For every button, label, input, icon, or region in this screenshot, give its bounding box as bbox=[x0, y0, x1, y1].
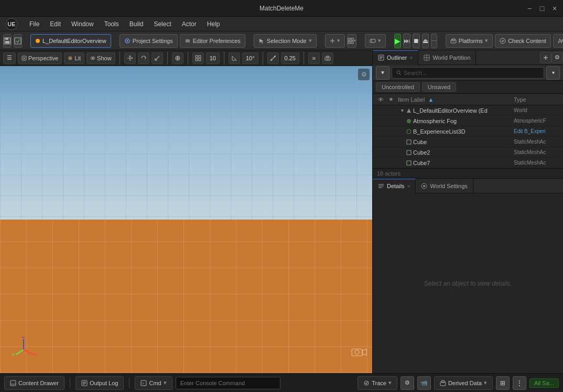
type-col-header[interactable]: Type bbox=[514, 96, 561, 103]
type-cell: World bbox=[514, 107, 561, 113]
menu-window[interactable]: Window bbox=[67, 19, 98, 29]
outliner-filter-button[interactable]: ▼ bbox=[376, 66, 389, 80]
svg-rect-16 bbox=[348, 41, 350, 43]
content-drawer-button[interactable]: Content Drawer bbox=[4, 376, 64, 390]
menu-build[interactable]: Build bbox=[125, 19, 148, 29]
vp-scale-size[interactable]: 0.25 bbox=[281, 52, 299, 64]
menu-tools[interactable]: Tools bbox=[100, 19, 123, 29]
world-partition-tab[interactable]: World Partition bbox=[418, 50, 476, 65]
item-label-col-header[interactable]: Item Label ▲ bbox=[396, 96, 514, 103]
outliner-tab[interactable]: Outliner × bbox=[373, 50, 418, 65]
output-log-button[interactable]: Output Log bbox=[75, 376, 124, 390]
vp-angle-size[interactable]: 10° bbox=[242, 52, 258, 64]
table-row[interactable]: ▼ L_DefaultEditorOverview (Ed World bbox=[373, 105, 563, 116]
back-wall-grid bbox=[0, 66, 372, 238]
main-content: ☰ Perspective Lit Show bbox=[0, 50, 563, 373]
map-tab[interactable]: L_DefaultEditorOverview bbox=[30, 34, 111, 48]
vp-camera-button[interactable] bbox=[322, 52, 333, 64]
outliner-add-button[interactable] bbox=[540, 52, 551, 63]
details-tab-close[interactable]: × bbox=[407, 183, 410, 189]
vp-rotate-button[interactable] bbox=[138, 52, 149, 64]
vp-sep-6 bbox=[304, 52, 304, 64]
console-command-input[interactable] bbox=[176, 377, 280, 389]
vp-move-button[interactable] bbox=[124, 52, 136, 64]
svg-text:UE: UE bbox=[7, 21, 15, 27]
trace-button[interactable]: Trace ▾ bbox=[358, 376, 397, 390]
outliner-search-dropdown[interactable]: ▾ bbox=[546, 66, 560, 80]
filter-unsaved-label: Unsaved bbox=[428, 84, 450, 90]
save-button[interactable] bbox=[3, 34, 12, 48]
menu-file[interactable]: File bbox=[25, 19, 44, 29]
outliner-settings-button[interactable]: ⚙ bbox=[551, 52, 563, 63]
editor-preferences-button[interactable]: Editor Preferences bbox=[180, 34, 245, 48]
perspective-button[interactable]: Perspective bbox=[18, 52, 62, 64]
vp-more-button[interactable]: » bbox=[308, 52, 320, 64]
world-settings-tab[interactable]: World Settings bbox=[416, 179, 473, 193]
menu-help[interactable]: Help bbox=[203, 19, 224, 29]
table-row[interactable]: Atmospheric Fog AtmosphericF bbox=[373, 116, 563, 126]
table-row[interactable]: Cube2 StaticMeshAc bbox=[373, 147, 563, 158]
platforms-button[interactable]: Platforms ▾ bbox=[446, 34, 493, 48]
menu-select[interactable]: Select bbox=[149, 19, 175, 29]
label-cell: ▼ L_DefaultEditorOverview (Ed bbox=[398, 107, 514, 114]
viewport-menu-button[interactable]: ☰ bbox=[3, 52, 16, 64]
outliner-tab-close[interactable]: × bbox=[410, 55, 413, 61]
selection-mode-button[interactable]: Selection Mode ▾ bbox=[254, 34, 317, 48]
outliner-tab-bar: Outliner × World Partition ⚙ bbox=[373, 50, 563, 65]
close-button[interactable]: × bbox=[550, 4, 559, 13]
svg-point-8 bbox=[126, 40, 128, 41]
outliner-search-box[interactable]: Search... bbox=[392, 67, 544, 79]
ue-logo[interactable]: UE bbox=[4, 18, 19, 30]
label-cell: Cube2 bbox=[404, 149, 514, 156]
vp-grid-size[interactable]: 10 bbox=[206, 52, 220, 64]
vp-scale-icon[interactable] bbox=[267, 52, 279, 64]
stop-button[interactable]: ⏹ bbox=[413, 34, 420, 48]
snap-button[interactable]: ▾ bbox=[347, 34, 356, 48]
edit-link[interactable]: Edit B_Experi bbox=[514, 128, 546, 134]
table-row[interactable]: B_ExperienceList3D Edit B_Experi bbox=[373, 126, 563, 137]
timeline-button[interactable]: ▾ bbox=[365, 34, 386, 48]
quicksave-button[interactable] bbox=[14, 34, 22, 48]
transform-tools-button[interactable]: ▾ bbox=[325, 34, 345, 48]
menu-edit[interactable]: Edit bbox=[46, 19, 65, 29]
status-icon-btn-2[interactable]: 📹 bbox=[417, 376, 431, 390]
label-cell: Atmospheric Fog bbox=[404, 118, 514, 124]
vp-scale-button[interactable] bbox=[151, 52, 163, 64]
vp-angle-icon[interactable] bbox=[229, 52, 240, 64]
vp-world-button[interactable] bbox=[172, 52, 183, 64]
more-options-button[interactable]: ⋮ bbox=[513, 376, 526, 390]
check-content-button[interactable]: Check Content bbox=[495, 34, 551, 48]
status-sep-1 bbox=[70, 378, 70, 388]
show-button[interactable]: Show bbox=[86, 52, 115, 64]
editor-preferences-label: Editor Preferences bbox=[193, 38, 241, 44]
cmd-button[interactable]: >_ Cmd ▾ bbox=[135, 376, 172, 390]
status-icon-btn-1[interactable]: ⚙ bbox=[400, 376, 414, 390]
eject-button[interactable]: ⏏ bbox=[422, 34, 429, 48]
details-tab[interactable]: Details × bbox=[373, 179, 416, 193]
vp-grid-button[interactable] bbox=[192, 52, 204, 64]
grid-size-value: 10 bbox=[210, 55, 216, 61]
skip-next-button[interactable]: ⏭ bbox=[403, 34, 410, 48]
common-maps-button[interactable]: Common Maps ▾ bbox=[553, 34, 563, 48]
play-options-button[interactable]: ⋯ bbox=[431, 34, 437, 48]
derived-data-button[interactable]: Derived Data ▾ bbox=[434, 376, 493, 390]
filter-unsaved[interactable]: Unsaved bbox=[422, 82, 456, 92]
filter-uncontrolled[interactable]: Uncontrolled bbox=[376, 82, 420, 92]
play-button[interactable]: ▶ bbox=[394, 34, 401, 48]
menu-actor[interactable]: Actor bbox=[178, 19, 201, 29]
svg-text:>_: >_ bbox=[142, 382, 146, 386]
table-row[interactable]: Cube StaticMeshAc bbox=[373, 137, 563, 147]
viewport-settings-button[interactable]: ⚙ bbox=[358, 69, 370, 80]
row-label-text: L_DefaultEditorOverview (Ed bbox=[413, 107, 488, 114]
project-settings-button[interactable]: Project Settings bbox=[120, 34, 178, 48]
viewport-canvas[interactable]: ⚙ X Y Z bbox=[0, 66, 372, 373]
svg-line-58 bbox=[400, 73, 402, 75]
grid-view-button[interactable]: ⊞ bbox=[496, 376, 510, 390]
ground-grid bbox=[0, 220, 372, 373]
svg-rect-4 bbox=[5, 41, 9, 43]
table-row[interactable]: Cube7 StaticMeshAc bbox=[373, 158, 563, 168]
maximize-button[interactable]: □ bbox=[538, 4, 546, 13]
lit-button[interactable]: Lit bbox=[64, 52, 84, 64]
trace-label: Trace bbox=[372, 380, 386, 386]
minimize-button[interactable]: − bbox=[525, 4, 534, 13]
